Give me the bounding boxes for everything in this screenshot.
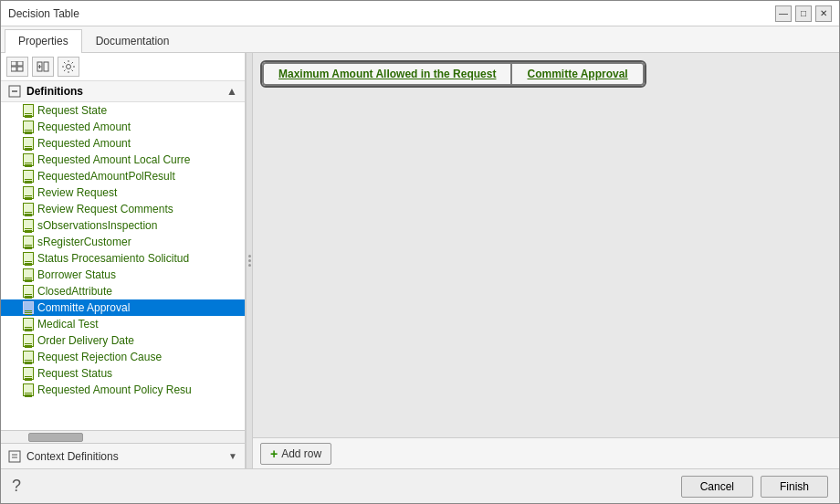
close-button[interactable]: ✕ xyxy=(815,5,832,22)
tree-item-label: Requested Amount Policy Resu xyxy=(37,383,192,396)
content-area: Definitions ▲ Request State Requested Am… xyxy=(1,53,839,468)
horizontal-scrollbar[interactable] xyxy=(1,430,245,443)
tree-item[interactable]: sRegisterCustomer xyxy=(1,234,245,250)
tree-item-label: Request Status xyxy=(37,367,112,380)
tree-item[interactable]: ClosedAttribute xyxy=(1,283,245,299)
svg-rect-1 xyxy=(17,61,23,66)
doc-icon xyxy=(23,104,34,117)
doc-icon xyxy=(23,268,34,281)
tree-item[interactable]: Requested Amount xyxy=(1,119,245,135)
tree-item-selected[interactable]: Committe Approval xyxy=(1,299,245,316)
definitions-header: Definitions ▲ xyxy=(1,81,245,102)
footer: ? Cancel Finish xyxy=(1,468,839,503)
splitter-dot xyxy=(248,264,251,267)
doc-icon xyxy=(23,137,34,150)
tree-item-label: sObservationsInspection xyxy=(37,219,157,232)
splitter-dot xyxy=(248,259,251,262)
add-column-icon-btn[interactable] xyxy=(32,57,54,77)
tree-item-label: Medical Test xyxy=(37,318,98,331)
tree-item-label: Order Delivery Date xyxy=(37,334,134,347)
tree-item[interactable]: Requested Amount Policy Resu xyxy=(1,382,245,398)
table-body xyxy=(253,91,839,437)
tab-properties[interactable]: Properties xyxy=(5,29,82,53)
left-toolbar xyxy=(1,53,245,81)
tab-documentation[interactable]: Documentation xyxy=(82,29,184,52)
svg-rect-0 xyxy=(11,61,16,66)
tree-item-label: Status Procesamiento Solicitud xyxy=(37,252,189,265)
svg-point-8 xyxy=(67,65,71,69)
minimize-button[interactable]: — xyxy=(775,5,792,22)
context-definitions-expand-icon[interactable]: ▼ xyxy=(228,451,237,461)
doc-icon xyxy=(23,334,34,347)
doc-icon xyxy=(23,351,34,363)
add-row-button[interactable]: + Add row xyxy=(260,443,331,465)
definitions-header-left: Definitions xyxy=(8,85,83,98)
tree-item[interactable]: Medical Test xyxy=(1,316,245,332)
title-bar-controls: — □ ✕ xyxy=(775,5,832,22)
doc-icon xyxy=(23,219,34,232)
header-columns-wrapper: Maximum Amount Allowed in the Request Co… xyxy=(260,60,646,88)
tree-item[interactable]: Request Status xyxy=(1,365,245,382)
window-title: Decision Table xyxy=(8,7,79,20)
svg-rect-5 xyxy=(44,62,48,71)
doc-icon xyxy=(23,121,34,133)
tree-item-label: RequestedAmountPolResult xyxy=(37,170,175,183)
tree-item[interactable]: sObservationsInspection xyxy=(1,217,245,234)
header-col-1[interactable]: Maximum Amount Allowed in the Request xyxy=(262,62,511,86)
tree-item-label: ClosedAttribute xyxy=(37,285,112,298)
help-icon[interactable]: ? xyxy=(12,477,21,496)
panel-splitter[interactable] xyxy=(246,53,253,468)
tree-item-label: Review Request Comments xyxy=(37,203,173,215)
tree-item-label: Borrower Status xyxy=(37,268,116,281)
decision-table-header: Maximum Amount Allowed in the Request Co… xyxy=(253,53,839,91)
right-panel: Maximum Amount Allowed in the Request Co… xyxy=(253,53,839,468)
svg-rect-2 xyxy=(11,67,16,71)
tree-item-label: Request State xyxy=(37,104,107,117)
tree-item-label: Request Rejection Cause xyxy=(37,351,162,363)
tree-item[interactable]: Review Request xyxy=(1,184,245,201)
svg-rect-11 xyxy=(9,451,20,462)
splitter-dot xyxy=(248,255,251,257)
definitions-expand-icon xyxy=(8,85,21,98)
doc-icon xyxy=(23,367,34,380)
tree-item[interactable]: Borrower Status xyxy=(1,267,245,283)
maximize-button[interactable]: □ xyxy=(795,5,812,22)
collapse-btn[interactable]: ▲ xyxy=(226,85,237,98)
right-bottom-toolbar: + Add row xyxy=(253,437,839,468)
doc-icon xyxy=(23,285,34,298)
doc-icon xyxy=(23,301,34,314)
doc-icon xyxy=(23,318,34,331)
context-definitions-panel: Context Definitions ▼ xyxy=(1,443,245,468)
context-definitions-icon xyxy=(8,450,21,463)
tree-item-label: Review Request xyxy=(37,186,117,199)
tree-item[interactable]: Requested Amount Local Curre xyxy=(1,152,245,168)
tree-item-label: Requested Amount xyxy=(37,137,131,150)
footer-buttons: Cancel Finish xyxy=(681,476,828,498)
add-column-icon xyxy=(37,61,49,72)
tree-item[interactable]: Request Rejection Cause xyxy=(1,349,245,365)
settings-icon xyxy=(62,60,75,73)
doc-icon xyxy=(23,170,34,183)
tab-bar: Properties Documentation xyxy=(1,26,839,53)
add-table-icon xyxy=(11,61,24,72)
decision-table-window: Decision Table — □ ✕ Properties Document… xyxy=(0,0,840,504)
tree-item[interactable]: RequestedAmountPolResult xyxy=(1,168,245,184)
title-bar: Decision Table — □ ✕ xyxy=(1,1,839,26)
finish-button[interactable]: Finish xyxy=(761,476,828,498)
doc-icon xyxy=(23,252,34,265)
settings-icon-btn[interactable] xyxy=(58,57,79,77)
tree-item[interactable]: Status Procesamiento Solicitud xyxy=(1,250,245,267)
tree-list[interactable]: Request State Requested Amount Requested… xyxy=(1,102,245,430)
tree-item[interactable]: Order Delivery Date xyxy=(1,332,245,349)
context-definitions-label: Context Definitions xyxy=(26,450,119,463)
tree-item-label: sRegisterCustomer xyxy=(37,236,131,248)
header-col-2[interactable]: Committe Approval xyxy=(511,62,644,86)
tree-item[interactable]: Review Request Comments xyxy=(1,201,245,217)
tree-item[interactable]: Requested Amount xyxy=(1,135,245,152)
doc-icon xyxy=(23,236,34,248)
tree-item[interactable]: Request State xyxy=(1,102,245,119)
cancel-button[interactable]: Cancel xyxy=(681,476,753,498)
add-table-icon-btn[interactable] xyxy=(6,57,28,77)
definitions-label: Definitions xyxy=(26,85,83,98)
tree-item-label: Requested Amount Local Curre xyxy=(37,153,190,166)
